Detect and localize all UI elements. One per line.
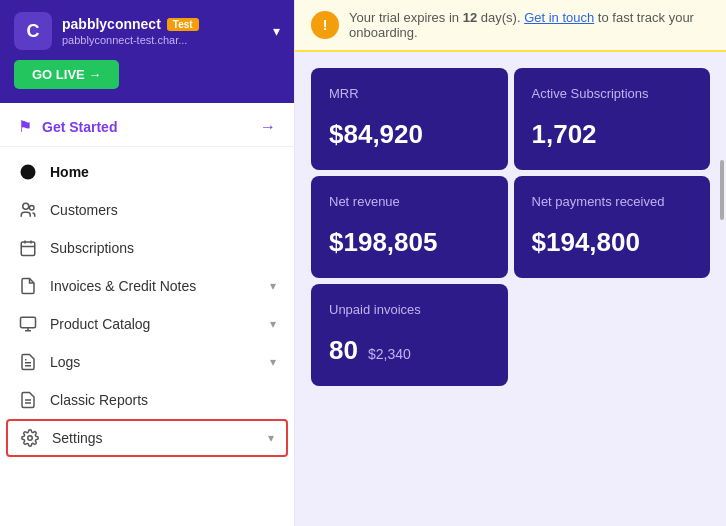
metric-label-net-payments: Net payments received [532,194,693,211]
metric-card-active-subscriptions: Active Subscriptions 1,702 [514,68,711,170]
trial-link[interactable]: Get in touch [524,10,594,25]
sidebar-item-logs[interactable]: Logs ▾ [0,343,294,381]
svg-point-0 [21,165,36,180]
unpaid-values: 80 $2,340 [329,335,490,366]
metric-value-unpaid-main: 80 [329,335,358,366]
metric-card-mrr: MRR $84,920 [311,68,508,170]
metric-value-unpaid-sub: $2,340 [368,346,411,362]
logs-chevron-icon: ▾ [270,355,276,369]
metric-card-net-revenue: Net revenue $198,805 [311,176,508,278]
sidebar-item-label-invoices: Invoices & Credit Notes [50,278,258,294]
trial-warning-icon: ! [311,11,339,39]
sidebar-item-home[interactable]: Home [0,153,294,191]
brand-name-row: pabblyconnect Test [62,16,263,32]
sidebar-item-label-customers: Customers [50,202,276,218]
invoices-icon [18,276,38,296]
settings-chevron-icon: ▾ [268,431,274,445]
dashboard-area: MRR $84,920 Active Subscriptions 1,702 N… [295,52,726,526]
trial-text-before: Your trial expires in [349,10,463,25]
metric-card-net-payments: Net payments received $194,800 [514,176,711,278]
home-icon [18,162,38,182]
invoices-chevron-icon: ▾ [270,279,276,293]
metric-value-net-revenue: $198,805 [329,227,490,258]
product-catalog-icon [18,314,38,334]
brand-info: pabblyconnect Test pabblyconnect-test.ch… [62,16,263,46]
metrics-grid: MRR $84,920 Active Subscriptions 1,702 N… [311,68,710,386]
sidebar-item-invoices[interactable]: Invoices & Credit Notes ▾ [0,267,294,305]
main-content: ! Your trial expires in 12 day(s). Get i… [295,0,726,526]
sidebar-item-label-subscriptions: Subscriptions [50,240,276,256]
get-started-inner: ⚑ Get Started [18,117,117,136]
svg-point-2 [30,206,35,211]
trial-text-mid: day(s). [477,10,524,25]
brand-logo: C [14,12,52,50]
brand-row[interactable]: C pabblyconnect Test pabblyconnect-test.… [14,12,280,50]
nav-list: Home Customers Subscriptions Invoices & … [0,147,294,526]
customers-icon [18,200,38,220]
test-badge: Test [167,18,199,31]
sidebar-item-label-product-catalog: Product Catalog [50,316,258,332]
sidebar-header: C pabblyconnect Test pabblyconnect-test.… [0,0,294,103]
sidebar-item-subscriptions[interactable]: Subscriptions [0,229,294,267]
svg-point-14 [28,436,33,441]
metric-label-net-revenue: Net revenue [329,194,490,211]
trial-days: 12 [463,10,477,25]
get-started-label: Get Started [42,119,117,135]
metric-label-unpaid-invoices: Unpaid invoices [329,302,490,319]
sidebar-item-classic-reports[interactable]: Classic Reports [0,381,294,419]
product-catalog-chevron-icon: ▾ [270,317,276,331]
trial-message: Your trial expires in 12 day(s). Get in … [349,10,710,40]
sidebar: C pabblyconnect Test pabblyconnect-test.… [0,0,295,526]
metric-value-mrr: $84,920 [329,119,490,150]
trial-banner: ! Your trial expires in 12 day(s). Get i… [295,0,726,52]
settings-icon [20,428,40,448]
metric-label-mrr: MRR [329,86,490,103]
metric-value-net-payments: $194,800 [532,227,693,258]
flag-icon: ⚑ [18,117,32,136]
classic-reports-icon [18,390,38,410]
sidebar-item-settings[interactable]: Settings ▾ [6,419,288,457]
svg-rect-7 [21,317,36,328]
sidebar-item-label-logs: Logs [50,354,258,370]
go-live-button[interactable]: GO LIVE → [14,60,119,89]
brand-url: pabblyconnect-test.char... [62,34,263,46]
sidebar-item-label-settings: Settings [52,430,256,446]
sidebar-item-label-home: Home [50,164,276,180]
svg-rect-3 [21,242,35,256]
svg-point-1 [23,203,29,209]
brand-chevron-icon[interactable]: ▾ [273,23,280,39]
metric-label-active-subscriptions: Active Subscriptions [532,86,693,103]
brand-name: pabblyconnect [62,16,161,32]
sidebar-item-product-catalog[interactable]: Product Catalog ▾ [0,305,294,343]
metric-value-active-subscriptions: 1,702 [532,119,693,150]
get-started-arrow-icon: → [260,118,276,136]
scroll-indicator[interactable] [720,160,724,220]
sidebar-item-customers[interactable]: Customers [0,191,294,229]
get-started-row[interactable]: ⚑ Get Started → [0,103,294,147]
brand-logo-letter: C [27,21,40,42]
subscriptions-icon [18,238,38,258]
logs-icon [18,352,38,372]
sidebar-item-label-classic-reports: Classic Reports [50,392,276,408]
metric-card-unpaid-invoices: Unpaid invoices 80 $2,340 [311,284,508,386]
